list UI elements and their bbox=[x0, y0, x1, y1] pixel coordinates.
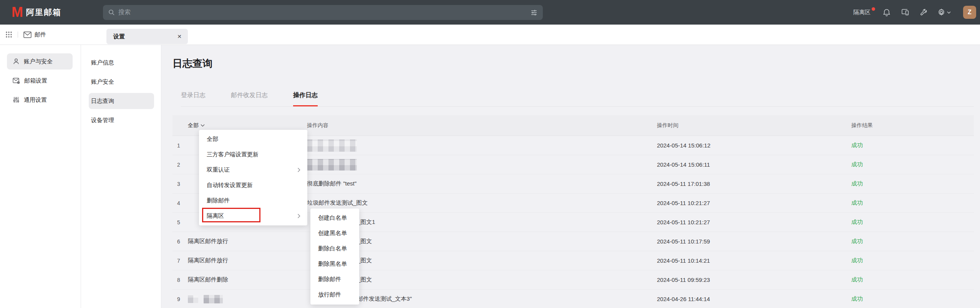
submenu-item-release-mail[interactable]: 放行邮件 bbox=[310, 287, 359, 302]
wrench-icon[interactable] bbox=[919, 8, 928, 17]
censored-block bbox=[204, 295, 223, 303]
app-window: M 阿里邮箱 搜索 隔离区 bbox=[0, 0, 980, 308]
submenu-item-delete-mail[interactable]: 删除邮件 bbox=[310, 272, 359, 287]
search-input[interactable]: 搜索 bbox=[103, 5, 543, 20]
search-placeholder: 搜索 bbox=[118, 8, 531, 17]
subnav-item-log-query[interactable]: 日志查询 bbox=[89, 93, 154, 109]
type-filter-dropdown[interactable]: 全部 bbox=[188, 122, 307, 129]
status-success: 成功 bbox=[851, 238, 974, 245]
sliders-icon bbox=[13, 96, 20, 103]
mail-home-button[interactable]: 邮件 bbox=[23, 31, 46, 38]
quarantine-link[interactable]: 隔离区 bbox=[853, 9, 873, 16]
table-row: 9 圾邮件发送测试_文本3" 2024-04-26 11:44:14 成功 bbox=[172, 290, 974, 308]
sidebar-item-label: 通用设置 bbox=[24, 96, 47, 104]
tab-send-receive-log[interactable]: 邮件收发日志 bbox=[231, 91, 268, 106]
sidebar-item-label: 邮箱设置 bbox=[24, 77, 47, 84]
devices-icon[interactable] bbox=[900, 8, 910, 17]
column-header-content: 操作内容 bbox=[307, 122, 657, 129]
account-security-subnav: 账户信息 账户安全 日志查询 设备管理 bbox=[81, 45, 161, 308]
quarantine-submenu: 创建白名单 创建黑名单 删除白名单 删除黑名单 删除邮件 放行邮件 bbox=[310, 209, 359, 305]
menu-item-all[interactable]: 全部 bbox=[199, 131, 307, 147]
chevron-right-icon bbox=[297, 214, 300, 219]
subnav-item-device-management[interactable]: 设备管理 bbox=[89, 112, 154, 128]
app-tabrow: 邮件 设置 ✕ bbox=[0, 25, 980, 45]
topbar-actions: 隔离区 bbox=[853, 0, 976, 25]
close-icon[interactable]: ✕ bbox=[177, 34, 182, 39]
status-success: 成功 bbox=[851, 199, 974, 207]
type-filter-menu: 全部 三方客户端设置更新 双重认证 自动转发设置更新 删除邮件 隔离区 bbox=[199, 130, 307, 225]
gear-icon bbox=[937, 8, 945, 17]
log-tabs: 登录日志 邮件收发日志 操作日志 bbox=[181, 91, 974, 107]
table-row: 8 隔离区邮件删除 式_图文 2024-05-11 09:59:23 成功 bbox=[172, 270, 974, 290]
mail-icon bbox=[23, 31, 32, 38]
column-header-time: 操作时间 bbox=[657, 122, 851, 129]
submenu-item-create-whitelist[interactable]: 创建白名单 bbox=[310, 210, 359, 225]
censored-block bbox=[188, 295, 198, 303]
avatar[interactable]: Z bbox=[963, 6, 976, 19]
bell-icon[interactable] bbox=[882, 8, 891, 17]
page-title: 日志查询 bbox=[172, 56, 974, 70]
tab-settings[interactable]: 设置 ✕ bbox=[106, 29, 188, 44]
brand-m-icon: M bbox=[12, 5, 22, 19]
app-name: 阿里邮箱 bbox=[26, 7, 61, 18]
submenu-item-create-blacklist[interactable]: 创建黑名单 bbox=[310, 225, 359, 241]
status-success: 成功 bbox=[851, 295, 974, 303]
tab-login-log[interactable]: 登录日志 bbox=[181, 91, 206, 106]
tab-settings-label: 设置 bbox=[113, 33, 177, 40]
sidebar-item-account-security[interactable]: 账户与安全 bbox=[7, 53, 73, 70]
censored-block bbox=[307, 159, 357, 171]
divider bbox=[18, 31, 18, 38]
menu-item-third-party-client[interactable]: 三方客户端设置更新 bbox=[199, 147, 307, 162]
sidebar-item-mailbox-settings[interactable]: 邮箱设置 bbox=[7, 73, 73, 89]
menu-item-auto-forward[interactable]: 自动转发设置更新 bbox=[199, 177, 307, 193]
advanced-search-icon[interactable] bbox=[531, 9, 537, 16]
menu-item-quarantine[interactable]: 隔离区 bbox=[199, 208, 307, 224]
topbar: M 阿里邮箱 搜索 隔离区 bbox=[0, 0, 980, 25]
search-icon bbox=[108, 9, 115, 16]
status-success: 成功 bbox=[851, 161, 974, 168]
app-grid-icon[interactable] bbox=[5, 31, 12, 38]
menu-item-delete-mail[interactable]: 删除邮件 bbox=[199, 193, 307, 208]
submenu-item-delete-whitelist[interactable]: 删除白名单 bbox=[310, 241, 359, 256]
chevron-right-icon bbox=[297, 167, 300, 172]
sidebar-item-general-settings[interactable]: 通用设置 bbox=[7, 92, 73, 108]
sidebar-item-label: 账户与安全 bbox=[24, 58, 53, 65]
status-success: 成功 bbox=[851, 142, 974, 149]
chevron-down-icon bbox=[947, 11, 951, 14]
notification-dot bbox=[872, 7, 875, 11]
table-row: 6 隔离区邮件放行 式_图文 2024-05-11 10:17:59 成功 bbox=[172, 232, 974, 251]
status-success: 成功 bbox=[851, 219, 974, 226]
mail-gear-icon bbox=[13, 78, 20, 84]
censored-block bbox=[307, 139, 357, 152]
subnav-item-account-info[interactable]: 账户信息 bbox=[89, 55, 154, 71]
brand-logo: M 阿里邮箱 bbox=[12, 5, 61, 19]
submenu-item-delete-blacklist[interactable]: 删除黑名单 bbox=[310, 256, 359, 272]
settings-sidebar: 账户与安全 邮箱设置 通用设置 bbox=[0, 45, 81, 308]
tab-operation-log[interactable]: 操作日志 bbox=[293, 91, 318, 106]
caret-down-icon bbox=[201, 124, 205, 127]
status-success: 成功 bbox=[851, 257, 974, 264]
column-header-result: 操作结果 bbox=[851, 122, 974, 129]
menu-item-two-factor[interactable]: 双重认证 bbox=[199, 162, 307, 177]
person-icon bbox=[13, 58, 20, 65]
subnav-item-account-safety[interactable]: 账户安全 bbox=[89, 74, 154, 90]
settings-menu[interactable] bbox=[937, 8, 951, 17]
table-row: 7 隔离区邮件放行 式_图文 2024-05-11 10:14:21 成功 bbox=[172, 251, 974, 270]
status-success: 成功 bbox=[851, 276, 974, 283]
status-success: 成功 bbox=[851, 180, 974, 187]
